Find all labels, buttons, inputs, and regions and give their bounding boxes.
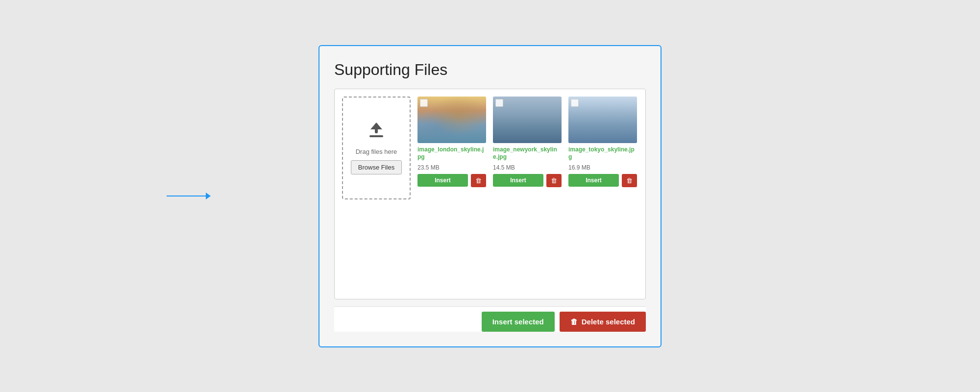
delete-button-london[interactable]: 🗑 — [471, 174, 486, 187]
svg-marker-2 — [370, 122, 382, 129]
file-actions-tokyo: Insert 🗑 — [568, 174, 637, 187]
arrow-head — [206, 193, 211, 199]
file-card-tokyo: image_tokyo_skyline.jpg 16.9 MB Insert 🗑 — [568, 97, 637, 187]
supporting-files-panel: Supporting Files Drag files here Browse … — [318, 45, 662, 347]
checkbox-newyork[interactable] — [495, 99, 503, 107]
svg-rect-0 — [369, 135, 383, 137]
drag-text: Drag files here — [356, 148, 397, 155]
browse-files-button[interactable]: Browse Files — [351, 160, 402, 174]
delete-button-newyork[interactable]: 🗑 — [546, 174, 562, 187]
thumbnail-overlay-newyork — [493, 97, 562, 143]
arrow-indicator — [167, 193, 211, 199]
upload-icon — [367, 122, 386, 143]
file-area: Drag files here Browse Files image_londo… — [334, 89, 646, 299]
file-actions-london: Insert 🗑 — [417, 174, 486, 187]
filename-newyork: image_newyork_skyline.jpg — [493, 146, 562, 161]
thumbnail-overlay-london — [417, 97, 486, 143]
file-card-london: image_london_skyline.jpg 23.5 MB Insert … — [417, 97, 486, 187]
filesize-newyork: 14.5 MB — [493, 164, 562, 171]
file-card-newyork: image_newyork_skyline.jpg 14.5 MB Insert… — [493, 97, 562, 187]
insert-button-tokyo[interactable]: Insert — [568, 174, 619, 187]
thumbnail-tokyo — [568, 97, 637, 143]
insert-button-newyork[interactable]: Insert — [493, 174, 543, 187]
filesize-london: 23.5 MB — [417, 164, 486, 171]
panel-title: Supporting Files — [334, 61, 646, 79]
file-scroll-area: Drag files here Browse Files image_londo… — [342, 97, 638, 199]
filesize-tokyo: 16.9 MB — [568, 164, 637, 171]
insert-button-london[interactable]: Insert — [417, 174, 468, 187]
upload-zone[interactable]: Drag files here Browse Files — [342, 97, 411, 199]
insert-selected-button[interactable]: Insert selected — [482, 312, 555, 332]
delete-selected-button[interactable]: 🗑 Delete selected — [560, 312, 646, 332]
delete-selected-icon: 🗑 — [570, 318, 578, 326]
page-wrapper: Supporting Files Drag files here Browse … — [0, 0, 980, 392]
checkbox-tokyo[interactable] — [571, 99, 579, 107]
thumbnail-newyork — [493, 97, 562, 143]
checkbox-london[interactable] — [420, 99, 428, 107]
thumbnail-overlay-tokyo — [568, 97, 637, 143]
arrow-line — [167, 196, 206, 196]
delete-selected-label: Delete selected — [582, 318, 635, 326]
file-actions-newyork: Insert 🗑 — [493, 174, 562, 187]
bottom-bar: Insert selected 🗑 Delete selected — [334, 306, 646, 332]
delete-button-tokyo[interactable]: 🗑 — [622, 174, 637, 187]
filename-london: image_london_skyline.jpg — [417, 146, 486, 161]
filename-tokyo: image_tokyo_skyline.jpg — [568, 146, 637, 161]
thumbnail-london — [417, 97, 486, 143]
